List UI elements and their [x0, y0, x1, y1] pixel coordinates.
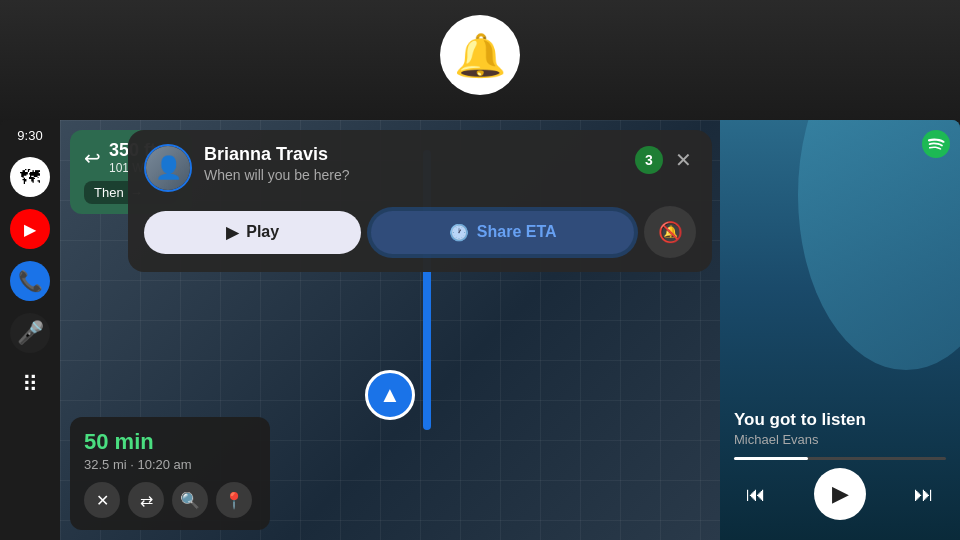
- next-icon: ⏭: [914, 483, 934, 506]
- sidebar-icon-maps[interactable]: 🗺: [10, 157, 50, 197]
- avatar: 👤: [144, 144, 192, 192]
- eta-details: 32.5 mi · 10:20 am: [84, 457, 256, 472]
- music-progress-bar[interactable]: [734, 457, 946, 460]
- nav-actions: ✕ ⇄ 🔍 📍: [84, 482, 256, 518]
- mute-button[interactable]: 🔕: [644, 206, 696, 258]
- spotify-icon: [922, 130, 950, 165]
- turn-arrow-icon: ↩: [84, 146, 101, 170]
- notification-card: 👤 Brianna Travis When will you be here? …: [128, 130, 712, 272]
- play-pause-button[interactable]: ▶: [814, 468, 866, 520]
- bottom-nav-card: 50 min 32.5 mi · 10:20 am ✕ ⇄ 🔍 📍: [70, 417, 270, 530]
- sidebar-icon-youtube[interactable]: ▶: [10, 209, 50, 249]
- clock-icon: 🕐: [449, 223, 469, 242]
- sidebar-icon-apps[interactable]: ⠿: [10, 365, 50, 405]
- main-content: ↩ 350 ft 101 W Pac... Then → 50 min 32.5…: [60, 120, 720, 540]
- share-eta-label: Share ETA: [477, 223, 557, 241]
- play-pause-icon: ▶: [832, 481, 849, 507]
- bell-icon: 🔔: [454, 31, 506, 80]
- music-artist: Michael Evans: [734, 432, 946, 447]
- badge-count: 3: [635, 146, 663, 174]
- share-eta-button[interactable]: 🕐 Share ETA: [371, 211, 634, 254]
- play-button[interactable]: ▶ Play: [144, 211, 361, 254]
- notification-text: Brianna Travis When will you be here?: [204, 144, 623, 183]
- top-bar: 🔔: [0, 0, 960, 130]
- android-auto-screen: 9:30 🗺 ▶ 📞 🎤 ⠿ ↩ 350 ft 101 W Pac... The…: [0, 120, 960, 540]
- music-title: You got to listen: [734, 410, 946, 430]
- music-info: You got to listen Michael Evans: [734, 410, 946, 460]
- notification-header: 👤 Brianna Travis When will you be here? …: [144, 144, 696, 192]
- nav-arrow: ▲: [365, 370, 415, 420]
- mute-icon: 🔕: [658, 220, 683, 244]
- music-progress-fill: [734, 457, 808, 460]
- play-icon: ▶: [226, 223, 238, 242]
- prev-button[interactable]: ⏮: [734, 472, 778, 516]
- play-label: Play: [246, 223, 279, 241]
- next-button[interactable]: ⏭: [902, 472, 946, 516]
- then-label: Then: [94, 185, 124, 200]
- route-options-button[interactable]: ⇄: [128, 482, 164, 518]
- sidebar-icon-phone[interactable]: 📞: [10, 261, 50, 301]
- pin-button[interactable]: 📍: [216, 482, 252, 518]
- avatar-image: 👤: [146, 146, 190, 190]
- sidebar-icon-assistant[interactable]: 🎤: [10, 313, 50, 353]
- notification-buttons: ▶ Play 🕐 Share ETA 🔕: [144, 206, 696, 258]
- sidebar-time: 9:30: [17, 128, 42, 143]
- eta-time: 50 min: [84, 429, 256, 455]
- sender-name: Brianna Travis: [204, 144, 623, 165]
- sidebar: 9:30 🗺 ▶ 📞 🎤 ⠿: [0, 120, 60, 540]
- music-panel: You got to listen Michael Evans ⏮ ▶ ⏭: [720, 120, 960, 540]
- notification-message: When will you be here?: [204, 167, 623, 183]
- search-button[interactable]: 🔍: [172, 482, 208, 518]
- notification-actions-right: 3 ✕: [635, 144, 696, 176]
- bell-notification[interactable]: 🔔: [440, 15, 520, 95]
- cancel-nav-button[interactable]: ✕: [84, 482, 120, 518]
- prev-icon: ⏮: [746, 483, 766, 506]
- music-controls: ⏮ ▶ ⏭: [734, 468, 946, 520]
- close-button[interactable]: ✕: [671, 144, 696, 176]
